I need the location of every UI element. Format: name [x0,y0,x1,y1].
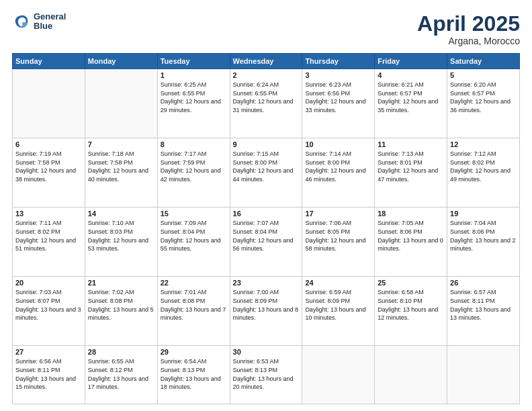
day-detail: Sunrise: 7:01 AM Sunset: 8:08 PM Dayligh… [161,288,227,322]
day-detail: Sunrise: 7:02 AM Sunset: 8:08 PM Dayligh… [88,288,154,322]
day-detail: Sunrise: 6:58 AM Sunset: 8:10 PM Dayligh… [378,288,444,322]
day-detail: Sunrise: 6:59 AM Sunset: 8:09 PM Dayligh… [305,288,371,322]
day-detail: Sunrise: 7:19 AM Sunset: 7:58 PM Dayligh… [15,150,82,183]
calendar-cell: 7Sunrise: 7:18 AM Sunset: 7:58 PM Daylig… [85,138,157,208]
calendar-cell: 10Sunrise: 7:14 AM Sunset: 8:00 PM Dayli… [302,138,375,208]
day-number: 19 [450,210,517,218]
day-detail: Sunrise: 7:18 AM Sunset: 7:58 PM Dayligh… [88,150,154,183]
day-number: 3 [305,71,371,79]
calendar-cell: 25Sunrise: 6:58 AM Sunset: 8:10 PM Dayli… [375,277,447,346]
day-detail: Sunrise: 7:00 AM Sunset: 8:09 PM Dayligh… [233,288,300,322]
day-detail: Sunrise: 6:56 AM Sunset: 8:11 PM Dayligh… [15,357,82,391]
day-number: 12 [450,140,517,148]
logo-line1: General [34,12,66,21]
day-number: 11 [378,140,444,148]
calendar-cell: 11Sunrise: 7:13 AM Sunset: 8:01 PM Dayli… [375,138,447,208]
title-block: April 2025 Argana, Morocco [417,12,520,46]
day-detail: Sunrise: 7:09 AM Sunset: 8:04 PM Dayligh… [161,219,227,253]
day-detail: Sunrise: 6:54 AM Sunset: 8:13 PM Dayligh… [161,357,227,391]
day-detail: Sunrise: 7:05 AM Sunset: 8:06 PM Dayligh… [378,219,444,253]
calendar-cell: 1Sunrise: 6:25 AM Sunset: 6:55 PM Daylig… [157,69,230,138]
calendar-cell: 4Sunrise: 6:21 AM Sunset: 6:57 PM Daylig… [375,69,447,138]
day-number: 17 [305,210,371,218]
day-number: 26 [450,279,517,287]
month-title: April 2025 [417,12,520,36]
calendar-header-sunday: Sunday [13,54,85,69]
day-detail: Sunrise: 6:24 AM Sunset: 6:55 PM Dayligh… [233,81,300,114]
day-detail: Sunrise: 7:14 AM Sunset: 8:00 PM Dayligh… [305,150,371,183]
calendar-week-3: 13Sunrise: 7:11 AM Sunset: 8:02 PM Dayli… [13,208,520,277]
calendar-cell: 23Sunrise: 7:00 AM Sunset: 8:09 PM Dayli… [230,277,302,346]
calendar-cell: 21Sunrise: 7:02 AM Sunset: 8:08 PM Dayli… [85,277,157,346]
day-number: 4 [378,71,444,79]
day-detail: Sunrise: 6:23 AM Sunset: 6:56 PM Dayligh… [305,81,371,114]
day-number: 13 [15,210,82,218]
calendar-cell [302,346,375,404]
day-number: 5 [450,71,517,79]
day-detail: Sunrise: 6:55 AM Sunset: 8:12 PM Dayligh… [88,357,154,391]
calendar-cell [375,346,447,404]
calendar-cell: 24Sunrise: 6:59 AM Sunset: 8:09 PM Dayli… [302,277,375,346]
calendar-week-5: 27Sunrise: 6:56 AM Sunset: 8:11 PM Dayli… [13,346,520,404]
calendar-header-wednesday: Wednesday [230,54,302,69]
day-detail: Sunrise: 7:03 AM Sunset: 8:07 PM Dayligh… [15,288,82,322]
calendar-cell: 17Sunrise: 7:06 AM Sunset: 8:05 PM Dayli… [302,208,375,277]
day-number: 22 [161,279,227,287]
day-detail: Sunrise: 7:17 AM Sunset: 7:59 PM Dayligh… [161,150,227,183]
calendar-cell: 15Sunrise: 7:09 AM Sunset: 8:04 PM Dayli… [157,208,230,277]
day-number: 7 [88,140,154,148]
day-number: 25 [378,279,444,287]
day-number: 21 [88,279,154,287]
day-number: 18 [378,210,444,218]
day-detail: Sunrise: 7:07 AM Sunset: 8:04 PM Dayligh… [233,219,300,253]
calendar-cell: 6Sunrise: 7:19 AM Sunset: 7:58 PM Daylig… [13,138,85,208]
calendar-header-friday: Friday [375,54,447,69]
day-detail: Sunrise: 7:13 AM Sunset: 8:01 PM Dayligh… [378,150,444,183]
day-number: 15 [161,210,227,218]
day-number: 14 [88,210,154,218]
calendar-cell: 30Sunrise: 6:53 AM Sunset: 8:13 PM Dayli… [230,346,302,404]
day-detail: Sunrise: 7:10 AM Sunset: 8:03 PM Dayligh… [88,219,154,253]
page: General Blue April 2025 Argana, Morocco … [0,0,532,411]
day-number: 6 [15,140,82,148]
calendar-cell: 22Sunrise: 7:01 AM Sunset: 8:08 PM Dayli… [157,277,230,346]
calendar-cell [447,346,520,404]
calendar-header-row: SundayMondayTuesdayWednesdayThursdayFrid… [13,54,520,69]
calendar-header-saturday: Saturday [447,54,520,69]
day-detail: Sunrise: 6:53 AM Sunset: 8:13 PM Dayligh… [233,357,300,391]
day-number: 9 [233,140,300,148]
calendar-cell: 18Sunrise: 7:05 AM Sunset: 8:06 PM Dayli… [375,208,447,277]
day-number: 24 [305,279,371,287]
logo-line2: Blue [34,21,66,31]
calendar-cell: 26Sunrise: 6:57 AM Sunset: 8:11 PM Dayli… [447,277,520,346]
day-detail: Sunrise: 6:57 AM Sunset: 8:11 PM Dayligh… [450,288,517,322]
calendar-cell: 2Sunrise: 6:24 AM Sunset: 6:55 PM Daylig… [230,69,302,138]
calendar-header-thursday: Thursday [302,54,375,69]
header: General Blue April 2025 Argana, Morocco [12,12,520,46]
calendar-cell: 3Sunrise: 6:23 AM Sunset: 6:56 PM Daylig… [302,69,375,138]
day-number: 29 [161,348,227,356]
calendar-week-4: 20Sunrise: 7:03 AM Sunset: 8:07 PM Dayli… [13,277,520,346]
calendar-cell: 14Sunrise: 7:10 AM Sunset: 8:03 PM Dayli… [85,208,157,277]
calendar-table: SundayMondayTuesdayWednesdayThursdayFrid… [12,53,520,404]
logo: General Blue [12,12,66,32]
calendar-cell: 27Sunrise: 6:56 AM Sunset: 8:11 PM Dayli… [13,346,85,404]
logo-text: General Blue [34,12,66,32]
day-number: 1 [161,71,227,79]
calendar-cell [13,69,85,138]
day-detail: Sunrise: 7:11 AM Sunset: 8:02 PM Dayligh… [15,219,82,253]
calendar-cell: 28Sunrise: 6:55 AM Sunset: 8:12 PM Dayli… [85,346,157,404]
day-number: 27 [15,348,82,356]
logo-icon [12,12,31,31]
day-number: 8 [161,140,227,148]
day-number: 30 [233,348,300,356]
calendar-week-1: 1Sunrise: 6:25 AM Sunset: 6:55 PM Daylig… [13,69,520,138]
day-detail: Sunrise: 6:21 AM Sunset: 6:57 PM Dayligh… [378,81,444,114]
day-detail: Sunrise: 7:04 AM Sunset: 8:06 PM Dayligh… [450,219,517,253]
calendar-header-monday: Monday [85,54,157,69]
day-number: 16 [233,210,300,218]
day-number: 10 [305,140,371,148]
calendar-cell: 29Sunrise: 6:54 AM Sunset: 8:13 PM Dayli… [157,346,230,404]
calendar-week-2: 6Sunrise: 7:19 AM Sunset: 7:58 PM Daylig… [13,138,520,208]
day-number: 23 [233,279,300,287]
